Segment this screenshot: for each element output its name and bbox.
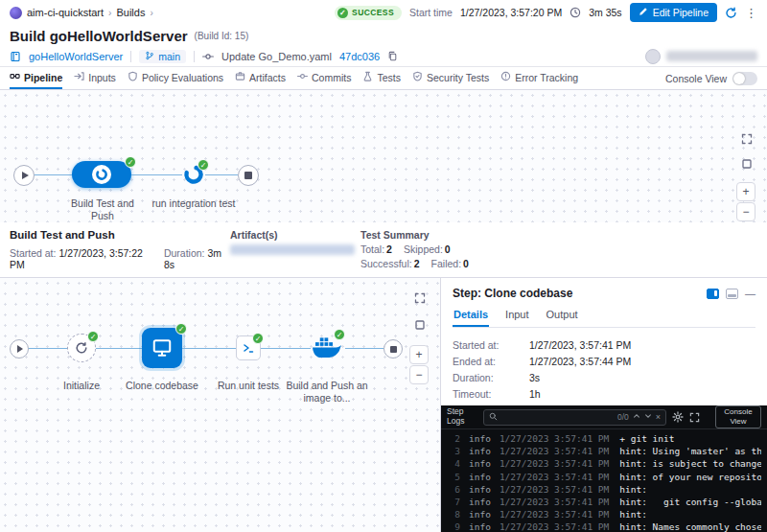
breadcrumb-builds-link[interactable]: Builds [116,7,145,18]
log-line: 4info1/27/2023 3:57:41 PMhint: is subjec… [447,457,761,470]
tab-commits[interactable]: Commits [297,67,351,89]
tab-details[interactable]: Details [453,309,489,327]
chevron-down-icon[interactable] [644,412,652,422]
log-level: info [469,457,491,470]
log-message: hint: Using 'master' as the name for th [619,445,761,457]
commit-sha-link[interactable]: 47dc036 [339,51,380,62]
artifacts-tab-icon [235,71,245,83]
layout-right-view-icon[interactable] [707,289,719,299]
detail-row-ended-at: Ended at: 1/27/2023, 3:57:44 PM [453,353,755,369]
ci-stage-icon [92,165,111,184]
log-level: info [469,445,491,457]
fit-view-icon[interactable] [738,155,755,173]
chevron-up-icon[interactable] [633,412,640,422]
tab-pipeline[interactable]: Pipeline [10,67,62,89]
clock-icon [569,7,581,18]
close-search-icon[interactable]: × [656,413,661,422]
tab-security-tests[interactable]: Security Tests [412,67,489,89]
artifacts-label: Artifact(s) [230,229,347,241]
log-message: hint: of your new repositories, which w [619,471,761,483]
detail-value: 1/27/2023, 3:57:41 PM [529,339,631,351]
log-message: hint: [619,483,647,496]
tab-tests[interactable]: Tests [362,67,401,89]
zoom-out-button[interactable]: − [409,365,429,384]
edit-pipeline-button[interactable]: Edit Pipeline [630,3,717,22]
security-tab-icon [412,71,423,83]
branch-chip[interactable]: main [139,50,186,63]
tab-artifacts[interactable]: Artifacts [235,67,286,89]
zoom-out-button[interactable]: − [736,202,755,221]
error-tracking-tab-icon [500,71,511,83]
detail-value: 1/27/2023, 3:57:44 PM [529,356,631,367]
step-node-build-and-push[interactable]: ✓ [311,334,343,362]
log-line: 6info1/27/2023 3:57:41 PMhint: [447,483,761,496]
inputs-tab-icon [74,71,84,83]
zoom-in-button[interactable]: + [409,345,429,364]
pencil-icon [639,7,648,18]
layout-bottom-view-icon[interactable] [726,289,738,299]
tab-inputs[interactable]: Inputs [74,67,116,89]
copy-icon[interactable] [387,51,399,62]
log-line: 9info1/27/2023 3:57:41 PMhint: Names com… [447,520,761,532]
console-view-toggle-group: Console View [665,67,757,89]
step-node-run-unit-tests[interactable]: ✓ [236,335,261,360]
top-header: aim-ci-quickstart › Builds › ✓ SUCCESS S… [0,0,767,25]
fit-view-icon[interactable] [411,316,429,334]
detail-label: Started at: [453,339,529,351]
policy-tab-icon [128,71,138,83]
breadcrumb: aim-ci-quickstart › Builds › [10,7,153,19]
detail-value: 3s [529,372,540,383]
log-line: 2info1/27/2023 3:57:41 PM+ git init [447,432,761,445]
step-execution-canvas[interactable]: ✓ Initialize ✓ Clone codebase ✓ Run unit… [0,278,441,532]
console-view-button[interactable]: Console View [715,405,761,428]
log-fullscreen-icon[interactable] [689,412,700,423]
tab-error-tracking[interactable]: Error Tracking [500,67,578,89]
pipeline-stage-canvas[interactable]: ✓ Build Test and Push ✓ run integration … [0,90,767,222]
tab-policy-evaluations[interactable]: Policy Evaluations [128,67,223,89]
duration-label: Duration: [164,247,205,259]
failed-value: 0 [463,258,469,269]
stage-node-build-test-and-push[interactable]: ✓ [72,161,131,188]
minimize-panel-icon[interactable]: — [745,289,755,299]
success-check-icon: ✓ [198,159,209,171]
user-avatar[interactable] [645,49,661,64]
failed-label: Failed: [431,258,462,269]
detail-row-started-at: Started at: 1/27/2023, 3:57:41 PM [453,336,755,353]
log-search-input[interactable] [501,412,614,422]
redacted-artifact-link[interactable] [230,244,355,255]
step-panel-title: Step: Clone codebase [453,287,572,300]
log-console-header: Step Logs 0/0 × [441,405,767,429]
build-meta-row: goHelloWorldServer main Update Go_Demo.y… [0,46,767,67]
log-settings-gear-icon[interactable] [672,411,684,423]
breadcrumb-project-link[interactable]: aim-ci-quickstart [27,7,104,18]
stage-summary-info: Build Test and Push Started at: 1/27/202… [10,229,230,270]
log-message: hint: [619,508,647,520]
log-level: info [469,483,491,496]
branch-name: main [158,51,180,62]
log-level: info [469,432,491,445]
log-message: + git init [619,432,674,445]
console-view-toggle[interactable] [732,72,757,85]
edge-connector [205,174,238,175]
start-time-value: 1/27/2023, 3:57:20 PM [460,7,562,18]
log-message: hint: git config --global init.defaul [619,496,761,508]
repo-name-link[interactable]: goHelloWorldServer [29,51,123,62]
detail-label: Ended at: [453,356,529,367]
expand-canvas-icon[interactable] [411,289,429,307]
log-timestamp: 1/27/2023 3:57:41 PM [500,457,609,470]
tab-output[interactable]: Output [546,309,579,327]
log-level: info [469,520,491,532]
zoom-in-button[interactable]: + [736,182,755,201]
log-body[interactable]: 2info1/27/2023 3:57:41 PM+ git init 3inf… [441,429,767,532]
more-menu-icon[interactable]: ⋮ [745,6,757,20]
tab-input[interactable]: Input [504,309,529,327]
build-tabs: Pipeline Inputs Policy Evaluations Artif… [0,67,767,90]
log-timestamp: 1/27/2023 3:57:41 PM [500,483,609,496]
step-label: Clone codebase [122,380,202,392]
build-id: (Build Id: 15) [195,31,249,41]
step-node-clone-codebase[interactable]: ✓ [142,328,182,368]
stage-node-run-integration-test[interactable]: ✓ [182,163,205,186]
expand-canvas-icon[interactable] [738,130,755,148]
refresh-icon[interactable] [725,7,737,19]
step-node-initialize[interactable]: ✓ [67,334,96,362]
